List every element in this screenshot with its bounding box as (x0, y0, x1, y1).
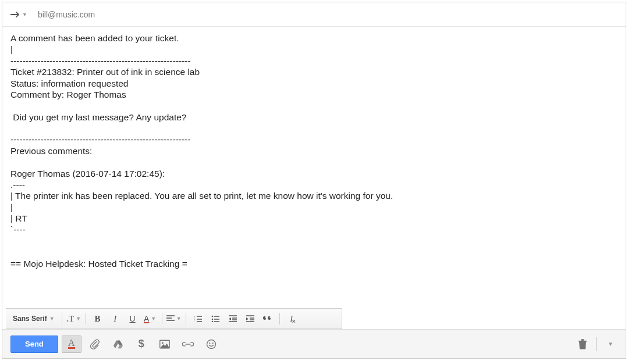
body-quote-line: | RT (10, 213, 27, 223)
text-color-dropdown[interactable]: A ▼ (142, 311, 158, 326)
svg-point-27 (212, 342, 213, 344)
body-prev-header: Roger Thomas (2016-07-14 17:02:45): (10, 169, 165, 179)
body-quote-line: | (10, 202, 13, 212)
chevron-down-icon: ▼ (176, 316, 182, 322)
body-message-line: Did you get my last message? Any update? (10, 112, 186, 122)
chevron-down-icon: ▼ (608, 341, 613, 347)
svg-text:2: 2 (194, 318, 196, 321)
font-family-dropdown[interactable]: Sans Serif ▼ (9, 312, 58, 325)
insert-link-button[interactable] (178, 336, 198, 353)
body-separator: ----------------------------------------… (10, 56, 191, 66)
quote-icon (263, 315, 272, 322)
formatting-toolbar: Sans Serif ▼ тT ▼ B I U A ▼ ▼ 1 (6, 308, 342, 329)
toolbar-separator (596, 337, 597, 351)
font-family-label: Sans Serif (13, 315, 47, 323)
toolbar-separator (62, 313, 62, 324)
link-icon (182, 341, 194, 348)
body-quote-top: .---- (10, 180, 25, 190)
remove-formatting-button[interactable]: I✕ (283, 311, 300, 326)
quote-button[interactable] (260, 311, 276, 326)
chevron-down-icon: ▼ (22, 12, 27, 17)
send-button[interactable]: Send (10, 336, 58, 353)
recipient-field[interactable]: bill@music.com (38, 10, 95, 19)
insert-from-drive-button[interactable] (108, 336, 128, 353)
reply-arrow-icon (10, 11, 20, 18)
body-status-line: Status: information requested (10, 78, 128, 88)
compose-header: ▼ bill@music.com (2, 2, 626, 27)
underline-button[interactable]: U (125, 311, 141, 326)
body-footer: == Mojo Helpdesk: Hosted Ticket Tracking… (10, 259, 187, 269)
svg-rect-29 (581, 339, 584, 341)
chevron-down-icon: ▼ (49, 316, 55, 322)
body-separator: ----------------------------------------… (10, 134, 191, 144)
svg-point-10 (211, 321, 213, 322)
body-commentby-line: Comment by: Roger Thomas (10, 90, 126, 99)
numbered-list-icon: 1 2 (194, 315, 202, 322)
svg-point-9 (211, 319, 213, 320)
align-left-icon (166, 315, 175, 322)
indent-more-icon (246, 315, 254, 322)
toggle-formatting-button[interactable]: A (62, 336, 81, 353)
bulleted-list-button[interactable] (207, 311, 223, 326)
compose-window: ▼ bill@music.com A comment has been adde… (2, 2, 626, 359)
trash-icon (579, 339, 587, 349)
toolbar-separator (279, 313, 280, 324)
insert-photo-button[interactable] (155, 336, 175, 353)
bulleted-list-icon (211, 315, 219, 322)
chevron-down-icon: ▼ (76, 316, 81, 322)
indent-less-icon (229, 315, 237, 322)
bold-button[interactable]: B (90, 311, 106, 326)
svg-point-26 (209, 342, 210, 344)
svg-point-25 (207, 340, 215, 348)
toolbar-separator (86, 313, 86, 324)
compose-action-bar: Send A $ (2, 329, 626, 358)
more-options-dropdown[interactable]: ▼ (604, 336, 618, 353)
insert-money-button[interactable]: $ (132, 336, 151, 353)
reply-type-dropdown[interactable]: ▼ (10, 11, 27, 18)
font-size-dropdown[interactable]: тT ▼ (66, 311, 82, 326)
attach-file-button[interactable] (85, 336, 105, 353)
toolbar-separator (162, 313, 162, 324)
body-prev-label: Previous comments: (10, 146, 92, 156)
insert-emoji-button[interactable] (201, 336, 221, 353)
dollar-icon: $ (139, 338, 144, 350)
align-dropdown[interactable]: ▼ (166, 311, 182, 326)
paperclip-icon (90, 339, 100, 349)
photo-icon (159, 340, 170, 349)
body-quote-bottom: `---- (10, 224, 26, 234)
svg-point-8 (211, 316, 213, 317)
body-ticket-line: Ticket #213832: Printer out of ink in sc… (10, 67, 200, 77)
numbered-list-button[interactable]: 1 2 (190, 311, 206, 326)
discard-draft-button[interactable] (573, 336, 592, 353)
italic-button[interactable]: I (107, 311, 123, 326)
svg-point-23 (162, 342, 164, 344)
text-cursor: | (10, 44, 13, 54)
body-line: A comment has been added to your ticket. (10, 33, 179, 43)
email-body-editor[interactable]: A comment has been added to your ticket.… (2, 27, 626, 308)
svg-rect-28 (579, 340, 587, 341)
body-quote-line: | The printer ink has been replaced. You… (10, 191, 393, 201)
toolbar-separator (186, 313, 186, 324)
emoji-icon (206, 339, 217, 349)
indent-less-button[interactable] (225, 311, 241, 326)
drive-icon (113, 340, 123, 349)
indent-more-button[interactable] (242, 311, 258, 326)
chevron-down-icon: ▼ (151, 316, 156, 322)
